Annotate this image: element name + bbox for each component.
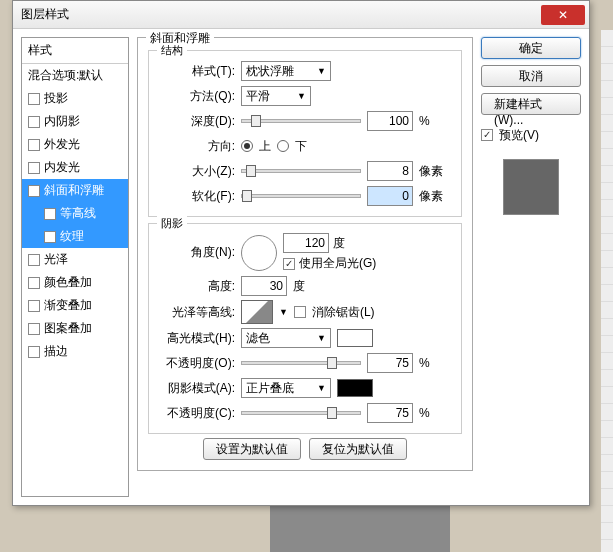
styles-list: 样式 混合选项:默认 投影 内阴影 外发光 内发光 斜面和浮雕 等高线 纹理 光…	[21, 37, 129, 497]
inner-glow-item[interactable]: 内发光	[22, 156, 128, 179]
altitude-label: 高度:	[157, 278, 235, 295]
preview-thumbnail	[503, 159, 559, 215]
structure-title: 结构	[157, 43, 187, 58]
shadow-opacity-slider[interactable]	[241, 411, 361, 415]
inner-shadow-item[interactable]: 内阴影	[22, 110, 128, 133]
size-input[interactable]	[367, 161, 413, 181]
checkbox[interactable]	[28, 162, 40, 174]
checkbox[interactable]	[28, 254, 40, 266]
gloss-contour-label: 光泽等高线:	[157, 304, 235, 321]
contour-item[interactable]: 等高线	[22, 202, 128, 225]
chevron-down-icon: ▼	[317, 333, 326, 343]
soften-label: 软化(F):	[157, 188, 235, 205]
chevron-down-icon: ▼	[317, 383, 326, 393]
checkbox[interactable]	[44, 231, 56, 243]
reset-default-button[interactable]: 复位为默认值	[309, 438, 407, 460]
shadow-title: 阴影	[157, 216, 187, 231]
highlight-opacity-input[interactable]	[367, 353, 413, 373]
shadow-mode-select[interactable]: 正片叠底▼	[241, 378, 331, 398]
stroke-item[interactable]: 描边	[22, 340, 128, 363]
shadow-opacity-input[interactable]	[367, 403, 413, 423]
checkbox[interactable]	[28, 185, 40, 197]
size-slider[interactable]	[241, 169, 361, 173]
cancel-button[interactable]: 取消	[481, 65, 581, 87]
soften-slider[interactable]	[241, 194, 361, 198]
highlight-mode-select[interactable]: 滤色▼	[241, 328, 331, 348]
outer-glow-item[interactable]: 外发光	[22, 133, 128, 156]
gradient-overlay-item[interactable]: 渐变叠加	[22, 294, 128, 317]
checkbox[interactable]	[28, 346, 40, 358]
bevel-emboss-panel: 斜面和浮雕 结构 样式(T): 枕状浮雕▼ 方法(Q): 平滑▼ 深度(D):	[137, 37, 473, 497]
highlight-opacity-slider[interactable]	[241, 361, 361, 365]
altitude-input[interactable]	[241, 276, 287, 296]
gloss-contour-picker[interactable]	[241, 300, 273, 324]
global-light-checkbox[interactable]	[283, 258, 295, 270]
unit: %	[419, 114, 430, 128]
highlight-mode-label: 高光模式(H):	[157, 330, 235, 347]
style-select[interactable]: 枕状浮雕▼	[241, 61, 331, 81]
size-label: 大小(Z):	[157, 163, 235, 180]
style-label: 样式(T):	[157, 63, 235, 80]
titlebar[interactable]: 图层样式 ✕	[13, 1, 589, 29]
close-icon: ✕	[558, 8, 568, 22]
checkbox[interactable]	[28, 93, 40, 105]
antialias-checkbox[interactable]	[294, 306, 306, 318]
satin-item[interactable]: 光泽	[22, 248, 128, 271]
close-button[interactable]: ✕	[541, 5, 585, 25]
color-overlay-item[interactable]: 颜色叠加	[22, 271, 128, 294]
checkbox[interactable]	[28, 277, 40, 289]
window-title: 图层样式	[21, 6, 541, 23]
layer-style-dialog: 图层样式 ✕ 样式 混合选项:默认 投影 内阴影 外发光 内发光 斜面和浮雕 等…	[12, 0, 590, 506]
angle-label: 角度(N):	[157, 244, 235, 261]
highlight-color-swatch[interactable]	[337, 329, 373, 347]
unit: 像素	[419, 163, 443, 180]
texture-item[interactable]: 纹理	[22, 225, 128, 248]
method-select[interactable]: 平滑▼	[241, 86, 311, 106]
chevron-down-icon: ▼	[297, 91, 306, 101]
preview-label: 预览(V)	[499, 127, 539, 144]
checkbox[interactable]	[28, 300, 40, 312]
angle-picker[interactable]	[241, 235, 277, 271]
ok-button[interactable]: 确定	[481, 37, 581, 59]
bevel-emboss-item[interactable]: 斜面和浮雕	[22, 179, 128, 202]
checkbox[interactable]	[28, 323, 40, 335]
shadow-color-swatch[interactable]	[337, 379, 373, 397]
direction-label: 方向:	[157, 138, 235, 155]
pattern-overlay-item[interactable]: 图案叠加	[22, 317, 128, 340]
checkbox[interactable]	[44, 208, 56, 220]
method-label: 方法(Q):	[157, 88, 235, 105]
checkbox[interactable]	[28, 116, 40, 128]
shadow-mode-label: 阴影模式(A):	[157, 380, 235, 397]
depth-input[interactable]	[367, 111, 413, 131]
angle-input[interactable]	[283, 233, 329, 253]
chevron-down-icon: ▼	[317, 66, 326, 76]
shadow-opacity-label: 不透明度(C):	[157, 405, 235, 422]
preview-checkbox[interactable]	[481, 129, 493, 141]
chevron-down-icon[interactable]: ▼	[279, 307, 288, 317]
blend-options-item[interactable]: 混合选项:默认	[22, 64, 128, 87]
highlight-opacity-label: 不透明度(O):	[157, 355, 235, 372]
direction-up-radio[interactable]	[241, 140, 253, 152]
direction-down-radio[interactable]	[277, 140, 289, 152]
depth-slider[interactable]	[241, 119, 361, 123]
make-default-button[interactable]: 设置为默认值	[203, 438, 301, 460]
dialog-buttons: 确定 取消 新建样式(W)... 预览(V)	[481, 37, 581, 497]
styles-header: 样式	[22, 38, 128, 64]
drop-shadow-item[interactable]: 投影	[22, 87, 128, 110]
new-style-button[interactable]: 新建样式(W)...	[481, 93, 581, 115]
depth-label: 深度(D):	[157, 113, 235, 130]
checkbox[interactable]	[28, 139, 40, 151]
soften-input[interactable]	[367, 186, 413, 206]
unit: 像素	[419, 188, 443, 205]
